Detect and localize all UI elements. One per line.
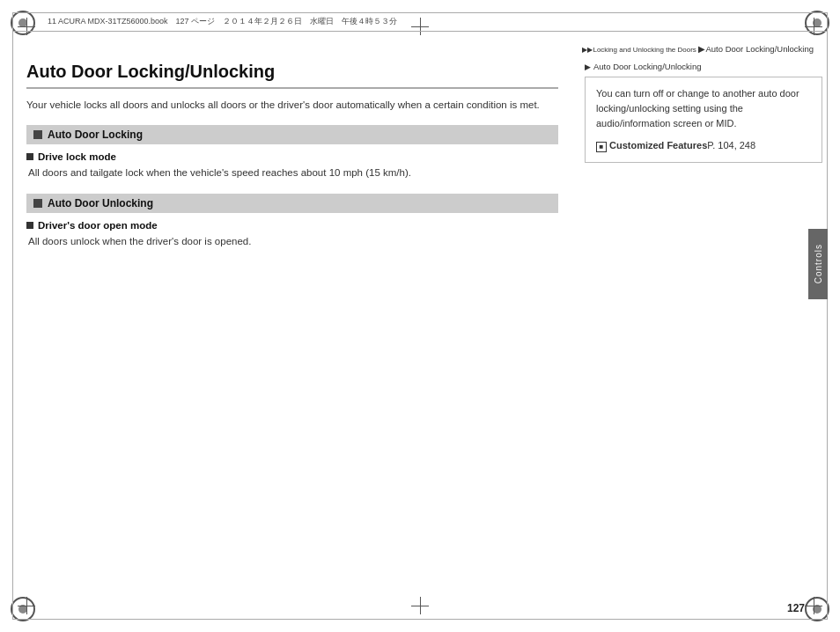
section-icon-unlocking xyxy=(33,199,42,208)
section-header-locking: Auto Door Locking xyxy=(26,125,558,144)
side-note-header-text: Auto Door Locking/Unlocking xyxy=(593,62,702,71)
subsection-title-drive-lock: Drive lock mode xyxy=(26,151,558,162)
breadcrumb-part2: ▶Auto Door Locking/Unlocking xyxy=(698,44,814,54)
ref-icon: ■ xyxy=(596,142,607,152)
side-note-body: You can turn off or change to another au… xyxy=(596,88,799,129)
subsection-label-drive-lock: Drive lock mode xyxy=(38,151,116,162)
subsection-title-driver-door: Driver's door open mode xyxy=(26,220,558,231)
breadcrumb-arrow: ▶▶Locking and Unlocking the Doors xyxy=(582,46,696,54)
section-icon-locking xyxy=(33,130,42,139)
main-content: Auto Door Locking/Unlocking Your vehicle… xyxy=(26,62,558,597)
breadcrumb: ▶▶Locking and Unlocking the Doors ▶Auto … xyxy=(582,44,814,54)
subsection-body-driver-door: All doors unlock when the driver's door … xyxy=(26,234,558,249)
subsection-icon-drive-lock xyxy=(26,153,33,160)
page-title: Auto Door Locking/Unlocking xyxy=(26,62,558,89)
side-note-arrow: ▶ xyxy=(585,62,591,71)
page-number: 127 xyxy=(787,602,805,614)
subsection-icon-driver-door xyxy=(26,222,33,229)
subsection-body-drive-lock: All doors and tailgate lock when the veh… xyxy=(26,165,558,180)
section-header-unlocking: Auto Door Unlocking xyxy=(26,194,558,213)
intro-text: Your vehicle locks all doors and unlocks… xyxy=(26,98,558,113)
ref-line: ■ Customized Features P. 104, 248 xyxy=(596,138,811,153)
customized-features-link: Customized Features xyxy=(609,138,707,153)
ref-text-suffix: P. 104, 248 xyxy=(707,138,755,153)
side-note-box: You can turn off or change to another au… xyxy=(585,77,822,163)
subsection-label-driver-door: Driver's door open mode xyxy=(38,220,158,231)
side-note-header: ▶ Auto Door Locking/Unlocking xyxy=(585,62,822,71)
section-title-locking: Auto Door Locking xyxy=(48,129,143,141)
section-title-unlocking: Auto Door Unlocking xyxy=(48,197,153,209)
side-note: ▶ Auto Door Locking/Unlocking You can tu… xyxy=(585,62,822,597)
